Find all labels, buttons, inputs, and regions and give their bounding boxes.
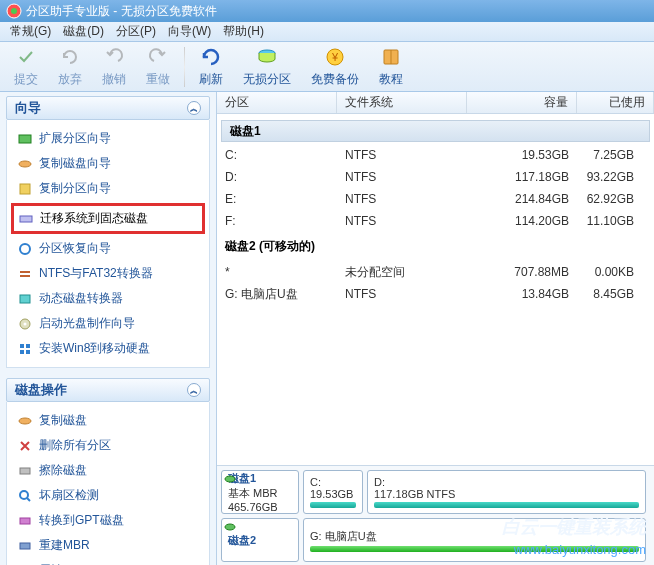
svg-point-21: [20, 491, 28, 499]
diskop-properties[interactable]: 属性: [11, 558, 205, 565]
list-header: 分区 文件系统 容量 已使用: [217, 92, 654, 114]
diskmap-part-c[interactable]: C: 19.53GB: [303, 470, 363, 514]
mbr-icon: [17, 538, 33, 554]
menu-general[interactable]: 常规(G): [4, 21, 57, 42]
disk1-header[interactable]: 磁盘1: [221, 120, 650, 142]
disc-icon: [17, 316, 33, 332]
svg-rect-20: [20, 468, 30, 474]
usage-bar: [310, 502, 356, 508]
col-used[interactable]: 已使用: [577, 92, 654, 113]
svg-point-26: [225, 476, 235, 482]
recovery-icon: [17, 241, 33, 257]
toolbar: 提交 放弃 撤销 重做 刷新 无损分区 ¥ 免费备份 教程: [0, 42, 654, 92]
diskops-panel-title: 磁盘操作: [15, 381, 67, 399]
undo-button[interactable]: 撤销: [92, 42, 136, 91]
chevron-up-icon: ︽: [187, 101, 201, 115]
diskmap-part-g[interactable]: G: 电脑店U盘: [303, 518, 646, 562]
copy-icon: [17, 413, 33, 429]
disk-icon: [224, 473, 236, 485]
menu-wizard[interactable]: 向导(W): [162, 21, 217, 42]
book-icon: [379, 45, 403, 69]
check-icon: [14, 45, 38, 69]
delete-icon: [17, 438, 33, 454]
diskop-mbr[interactable]: 重建MBR: [11, 533, 205, 558]
menu-disk[interactable]: 磁盘(D): [57, 21, 110, 42]
refresh-icon: [199, 45, 223, 69]
svg-rect-16: [26, 344, 30, 348]
partition-row[interactable]: D: NTFS 117.18GB 93.22GB: [217, 166, 654, 188]
disk-icon: [224, 521, 236, 533]
backup-icon: ¥: [323, 45, 347, 69]
gpt-icon: [17, 513, 33, 529]
chevron-up-icon: ︽: [187, 383, 201, 397]
diskop-gpt[interactable]: 转换到GPT磁盘: [11, 508, 205, 533]
col-capacity[interactable]: 容量: [467, 92, 577, 113]
diskmap-disk2[interactable]: 磁盘2: [221, 518, 299, 562]
svg-rect-9: [20, 184, 30, 194]
app-icon: [6, 3, 22, 19]
wizard-panel: 向导 ︽ 扩展分区向导 复制磁盘向导 复制分区向导 迁移系统到: [6, 96, 210, 368]
col-filesystem[interactable]: 文件系统: [337, 92, 467, 113]
partition-row[interactable]: * 未分配空间 707.88MB 0.00KB: [217, 261, 654, 283]
diskop-delete-all[interactable]: 删除所有分区: [11, 433, 205, 458]
diskop-copy[interactable]: 复制磁盘: [11, 408, 205, 433]
wizard-item-win8[interactable]: 安装Win8到移动硬盘: [11, 336, 205, 361]
wizard-item-migrate-ssd[interactable]: 迁移系统到固态磁盘: [11, 203, 205, 234]
ssd-icon: [18, 211, 34, 227]
diskop-badsector[interactable]: 坏扇区检测: [11, 483, 205, 508]
discard-icon: [58, 45, 82, 69]
wizard-panel-title: 向导: [15, 99, 41, 117]
diskops-panel-header[interactable]: 磁盘操作 ︽: [6, 378, 210, 402]
svg-point-27: [225, 524, 235, 530]
diskmap-disk1[interactable]: 磁盘1 基本 MBR 465.76GB: [221, 470, 299, 514]
svg-rect-17: [20, 350, 24, 354]
menu-partition[interactable]: 分区(P): [110, 21, 162, 42]
wizard-panel-header[interactable]: 向导 ︽: [6, 96, 210, 120]
wizard-item-copy-disk[interactable]: 复制磁盘向导: [11, 151, 205, 176]
wizard-item-dynamic[interactable]: 动态磁盘转换器: [11, 286, 205, 311]
diskops-panel: 磁盘操作 ︽ 复制磁盘 删除所有分区 擦除磁盘 坏扇区检测: [6, 378, 210, 565]
scan-icon: [17, 488, 33, 504]
partition-row[interactable]: F: NTFS 114.20GB 11.10GB: [217, 210, 654, 232]
redo-button[interactable]: 重做: [136, 42, 180, 91]
lossless-button[interactable]: 无损分区: [233, 42, 301, 91]
wizard-item-copy-partition[interactable]: 复制分区向导: [11, 176, 205, 201]
usage-bar: [310, 546, 639, 552]
apply-button[interactable]: 提交: [4, 42, 48, 91]
copy-partition-icon: [17, 181, 33, 197]
diskmap-part-d[interactable]: D: 117.18GB NTFS: [367, 470, 646, 514]
menu-help[interactable]: 帮助(H): [217, 21, 270, 42]
wizard-item-bootdisc[interactable]: 启动光盘制作向导: [11, 311, 205, 336]
svg-rect-12: [20, 295, 30, 303]
left-panel: 向导 ︽ 扩展分区向导 复制磁盘向导 复制分区向导 迁移系统到: [0, 92, 217, 565]
partition-row[interactable]: G: 电脑店U盘 NTFS 13.84GB 8.45GB: [217, 283, 654, 305]
svg-point-1: [11, 8, 17, 14]
diskop-wipe[interactable]: 擦除磁盘: [11, 458, 205, 483]
extend-icon: [17, 131, 33, 147]
svg-rect-18: [26, 350, 30, 354]
wipe-icon: [17, 463, 33, 479]
tutorial-button[interactable]: 教程: [369, 42, 413, 91]
redo-icon: [146, 45, 170, 69]
svg-point-11: [20, 244, 30, 254]
partition-row[interactable]: C: NTFS 19.53GB 7.25GB: [217, 144, 654, 166]
disk2-header[interactable]: 磁盘2 (可移动的): [217, 232, 654, 261]
right-panel: 分区 文件系统 容量 已使用 磁盘1 C: NTFS 19.53GB 7.25G…: [217, 92, 654, 565]
svg-rect-15: [20, 344, 24, 348]
windows-icon: [17, 341, 33, 357]
wizard-item-extend[interactable]: 扩展分区向导: [11, 126, 205, 151]
partition-list: 磁盘1 C: NTFS 19.53GB 7.25GB D: NTFS 117.1…: [217, 114, 654, 465]
backup-button[interactable]: ¥ 免费备份: [301, 42, 369, 91]
col-partition[interactable]: 分区: [217, 92, 337, 113]
wizard-item-ntfs-fat[interactable]: NTFS与FAT32转换器: [11, 261, 205, 286]
svg-point-19: [19, 418, 31, 424]
wizard-item-recovery[interactable]: 分区恢复向导: [11, 236, 205, 261]
partition-row[interactable]: E: NTFS 214.84GB 62.92GB: [217, 188, 654, 210]
discard-button[interactable]: 放弃: [48, 42, 92, 91]
refresh-button[interactable]: 刷新: [189, 42, 233, 91]
svg-point-14: [24, 322, 27, 325]
undo-icon: [102, 45, 126, 69]
svg-line-22: [27, 498, 30, 501]
menu-bar: 常规(G) 磁盘(D) 分区(P) 向导(W) 帮助(H): [0, 22, 654, 42]
toolbar-separator: [184, 47, 185, 87]
